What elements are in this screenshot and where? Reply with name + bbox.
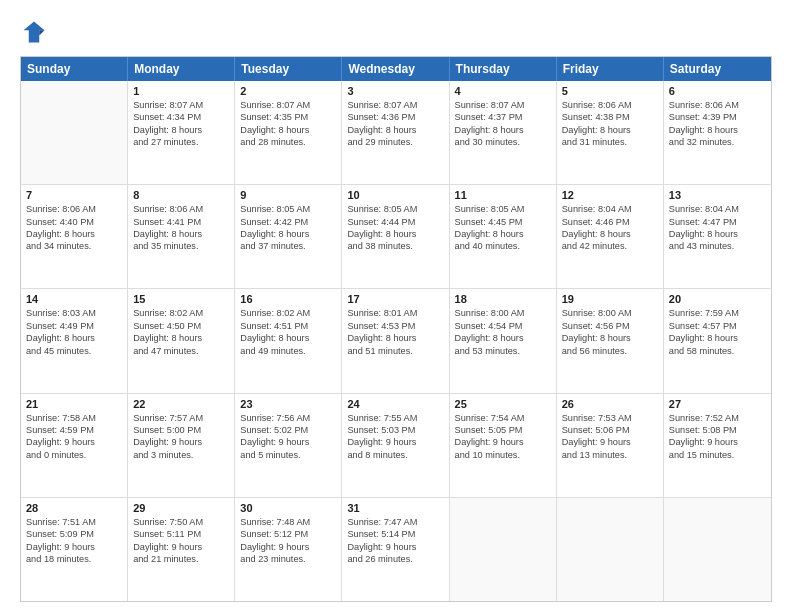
cell-info-line: Sunset: 4:57 PM xyxy=(669,320,766,332)
day-number: 1 xyxy=(133,85,229,97)
cell-info-line: and 32 minutes. xyxy=(669,136,766,148)
calendar-cell: 11Sunrise: 8:05 AMSunset: 4:45 PMDayligh… xyxy=(450,185,557,288)
calendar-cell: 13Sunrise: 8:04 AMSunset: 4:47 PMDayligh… xyxy=(664,185,771,288)
cell-info-line: Sunrise: 7:59 AM xyxy=(669,307,766,319)
calendar-cell: 6Sunrise: 8:06 AMSunset: 4:39 PMDaylight… xyxy=(664,81,771,184)
cell-info-line: Daylight: 8 hours xyxy=(669,332,766,344)
cell-info-line: Daylight: 8 hours xyxy=(133,228,229,240)
calendar-row: 28Sunrise: 7:51 AMSunset: 5:09 PMDayligh… xyxy=(21,497,771,601)
cell-info-line: Sunset: 5:05 PM xyxy=(455,424,551,436)
cell-info-line: and 5 minutes. xyxy=(240,449,336,461)
day-number: 29 xyxy=(133,502,229,514)
cell-info-line: Daylight: 8 hours xyxy=(347,124,443,136)
cell-info-line: Sunset: 4:49 PM xyxy=(26,320,122,332)
cell-info-line: Daylight: 9 hours xyxy=(133,541,229,553)
calendar-cell: 8Sunrise: 8:06 AMSunset: 4:41 PMDaylight… xyxy=(128,185,235,288)
day-number: 26 xyxy=(562,398,658,410)
day-number: 6 xyxy=(669,85,766,97)
cell-info-line: and 27 minutes. xyxy=(133,136,229,148)
cell-info-line: and 37 minutes. xyxy=(240,240,336,252)
calendar-cell: 9Sunrise: 8:05 AMSunset: 4:42 PMDaylight… xyxy=(235,185,342,288)
calendar-cell: 14Sunrise: 8:03 AMSunset: 4:49 PMDayligh… xyxy=(21,289,128,392)
cell-info-line: Sunset: 4:36 PM xyxy=(347,111,443,123)
day-number: 14 xyxy=(26,293,122,305)
cell-info-line: and 28 minutes. xyxy=(240,136,336,148)
cell-info-line: Daylight: 8 hours xyxy=(455,332,551,344)
cell-info-line: Daylight: 9 hours xyxy=(562,436,658,448)
cell-info-line: Sunset: 4:42 PM xyxy=(240,216,336,228)
cell-info-line: Daylight: 8 hours xyxy=(455,124,551,136)
cell-info-line: Sunrise: 7:48 AM xyxy=(240,516,336,528)
cell-info-line: Sunset: 4:53 PM xyxy=(347,320,443,332)
weekday-header: Wednesday xyxy=(342,57,449,81)
cell-info-line: Sunrise: 7:53 AM xyxy=(562,412,658,424)
calendar-header: SundayMondayTuesdayWednesdayThursdayFrid… xyxy=(21,57,771,81)
day-number: 25 xyxy=(455,398,551,410)
cell-info-line: Sunrise: 7:52 AM xyxy=(669,412,766,424)
cell-info-line: and 3 minutes. xyxy=(133,449,229,461)
weekday-header: Sunday xyxy=(21,57,128,81)
cell-info-line: Sunset: 4:59 PM xyxy=(26,424,122,436)
cell-info-line: Daylight: 8 hours xyxy=(26,332,122,344)
cell-info-line: Sunrise: 7:57 AM xyxy=(133,412,229,424)
cell-info-line: Sunset: 4:40 PM xyxy=(26,216,122,228)
calendar-cell: 23Sunrise: 7:56 AMSunset: 5:02 PMDayligh… xyxy=(235,394,342,497)
cell-info-line: and 43 minutes. xyxy=(669,240,766,252)
calendar-cell: 17Sunrise: 8:01 AMSunset: 4:53 PMDayligh… xyxy=(342,289,449,392)
cell-info-line: Sunrise: 7:58 AM xyxy=(26,412,122,424)
day-number: 4 xyxy=(455,85,551,97)
cell-info-line: Daylight: 9 hours xyxy=(347,436,443,448)
cell-info-line: Sunset: 4:54 PM xyxy=(455,320,551,332)
cell-info-line: Sunrise: 7:55 AM xyxy=(347,412,443,424)
cell-info-line: Daylight: 9 hours xyxy=(133,436,229,448)
cell-info-line: Sunset: 4:34 PM xyxy=(133,111,229,123)
cell-info-line: and 42 minutes. xyxy=(562,240,658,252)
calendar-cell xyxy=(21,81,128,184)
calendar-body: 1Sunrise: 8:07 AMSunset: 4:34 PMDaylight… xyxy=(21,81,771,601)
logo xyxy=(20,18,52,46)
cell-info-line: Sunrise: 8:06 AM xyxy=(562,99,658,111)
cell-info-line: Daylight: 9 hours xyxy=(669,436,766,448)
cell-info-line: Sunrise: 8:01 AM xyxy=(347,307,443,319)
cell-info-line: and 53 minutes. xyxy=(455,345,551,357)
cell-info-line: Sunrise: 8:00 AM xyxy=(562,307,658,319)
cell-info-line: Daylight: 8 hours xyxy=(26,228,122,240)
calendar-cell: 5Sunrise: 8:06 AMSunset: 4:38 PMDaylight… xyxy=(557,81,664,184)
calendar-cell: 25Sunrise: 7:54 AMSunset: 5:05 PMDayligh… xyxy=(450,394,557,497)
day-number: 19 xyxy=(562,293,658,305)
cell-info-line: and 13 minutes. xyxy=(562,449,658,461)
cell-info-line: Daylight: 9 hours xyxy=(26,436,122,448)
day-number: 20 xyxy=(669,293,766,305)
cell-info-line: Sunset: 4:47 PM xyxy=(669,216,766,228)
cell-info-line: Daylight: 8 hours xyxy=(347,228,443,240)
cell-info-line: Daylight: 8 hours xyxy=(240,124,336,136)
cell-info-line: Sunset: 4:46 PM xyxy=(562,216,658,228)
calendar-row: 14Sunrise: 8:03 AMSunset: 4:49 PMDayligh… xyxy=(21,288,771,392)
cell-info-line: Sunrise: 8:02 AM xyxy=(133,307,229,319)
day-number: 24 xyxy=(347,398,443,410)
cell-info-line: Sunset: 5:14 PM xyxy=(347,528,443,540)
cell-info-line: Sunrise: 8:05 AM xyxy=(347,203,443,215)
cell-info-line: Sunset: 5:03 PM xyxy=(347,424,443,436)
calendar-cell: 30Sunrise: 7:48 AMSunset: 5:12 PMDayligh… xyxy=(235,498,342,601)
day-number: 3 xyxy=(347,85,443,97)
day-number: 15 xyxy=(133,293,229,305)
cell-info-line: Sunrise: 7:50 AM xyxy=(133,516,229,528)
cell-info-line: Sunset: 4:56 PM xyxy=(562,320,658,332)
cell-info-line: Sunset: 5:06 PM xyxy=(562,424,658,436)
cell-info-line: and 10 minutes. xyxy=(455,449,551,461)
calendar-cell: 24Sunrise: 7:55 AMSunset: 5:03 PMDayligh… xyxy=(342,394,449,497)
cell-info-line: Sunrise: 8:05 AM xyxy=(240,203,336,215)
day-number: 16 xyxy=(240,293,336,305)
calendar-row: 7Sunrise: 8:06 AMSunset: 4:40 PMDaylight… xyxy=(21,184,771,288)
cell-info-line: and 8 minutes. xyxy=(347,449,443,461)
day-number: 17 xyxy=(347,293,443,305)
cell-info-line: Daylight: 8 hours xyxy=(562,124,658,136)
calendar-cell: 2Sunrise: 8:07 AMSunset: 4:35 PMDaylight… xyxy=(235,81,342,184)
cell-info-line: Sunrise: 8:07 AM xyxy=(133,99,229,111)
cell-info-line: and 56 minutes. xyxy=(562,345,658,357)
cell-info-line: and 18 minutes. xyxy=(26,553,122,565)
calendar: SundayMondayTuesdayWednesdayThursdayFrid… xyxy=(20,56,772,602)
cell-info-line: Sunset: 5:02 PM xyxy=(240,424,336,436)
calendar-cell: 26Sunrise: 7:53 AMSunset: 5:06 PMDayligh… xyxy=(557,394,664,497)
